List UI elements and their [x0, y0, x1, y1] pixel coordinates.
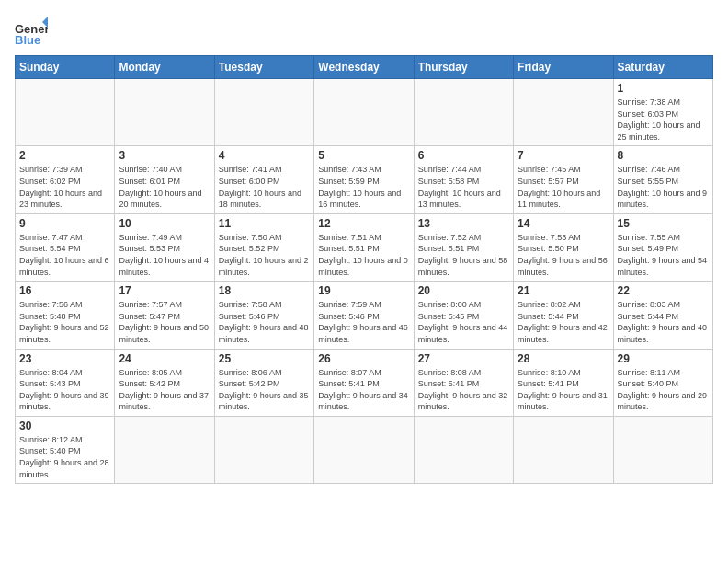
day-info-17: Sunrise: 7:57 AMSunset: 5:47 PMDaylight:… — [119, 299, 210, 345]
day-info-13: Sunrise: 7:52 AMSunset: 5:51 PMDaylight:… — [418, 232, 509, 278]
day-cell-20: 20Sunrise: 8:00 AMSunset: 5:45 PMDayligh… — [414, 282, 513, 349]
calendar-row-6: 30Sunrise: 8:12 AMSunset: 5:40 PMDayligh… — [16, 416, 713, 483]
day-cell-29: 29Sunrise: 8:11 AMSunset: 5:40 PMDayligh… — [613, 349, 712, 416]
empty-cell — [414, 416, 513, 483]
day-number-19: 19 — [318, 284, 409, 297]
day-number-27: 27 — [418, 352, 509, 365]
day-cell-12: 12Sunrise: 7:51 AMSunset: 5:51 PMDayligh… — [314, 213, 414, 281]
day-info-6: Sunrise: 7:44 AMSunset: 5:58 PMDaylight:… — [418, 164, 509, 210]
day-number-8: 8 — [618, 149, 709, 162]
logo-icon: General Blue — [15, 15, 48, 48]
day-cell-18: 18Sunrise: 7:58 AMSunset: 5:46 PMDayligh… — [214, 282, 313, 349]
day-cell-11: 11Sunrise: 7:50 AMSunset: 5:52 PMDayligh… — [214, 213, 313, 281]
day-info-12: Sunrise: 7:51 AMSunset: 5:51 PMDaylight:… — [318, 232, 409, 278]
weekday-header-row: Sunday Monday Tuesday Wednesday Thursday… — [16, 56, 713, 79]
day-number-7: 7 — [518, 149, 609, 162]
day-number-9: 9 — [19, 217, 110, 230]
calendar-row-4: 16Sunrise: 7:56 AMSunset: 5:48 PMDayligh… — [16, 282, 713, 349]
day-info-19: Sunrise: 7:59 AMSunset: 5:46 PMDaylight:… — [318, 299, 409, 345]
day-cell-10: 10Sunrise: 7:49 AMSunset: 5:53 PMDayligh… — [115, 213, 214, 281]
day-number-28: 28 — [518, 352, 609, 365]
day-info-3: Sunrise: 7:40 AMSunset: 6:01 PMDaylight:… — [119, 164, 210, 210]
day-info-11: Sunrise: 7:50 AMSunset: 5:52 PMDaylight:… — [219, 232, 310, 278]
day-number-4: 4 — [219, 149, 310, 162]
day-info-21: Sunrise: 8:02 AMSunset: 5:44 PMDaylight:… — [518, 299, 609, 345]
header-wednesday: Wednesday — [314, 56, 414, 79]
day-cell-28: 28Sunrise: 8:10 AMSunset: 5:41 PMDayligh… — [514, 349, 613, 416]
day-number-11: 11 — [219, 217, 310, 230]
day-number-29: 29 — [618, 352, 709, 365]
day-info-16: Sunrise: 7:56 AMSunset: 5:48 PMDaylight:… — [19, 299, 110, 345]
day-info-24: Sunrise: 8:05 AMSunset: 5:42 PMDaylight:… — [119, 367, 210, 413]
calendar-row-5: 23Sunrise: 8:04 AMSunset: 5:43 PMDayligh… — [16, 349, 713, 416]
day-number-17: 17 — [119, 284, 210, 297]
day-cell-3: 3Sunrise: 7:40 AMSunset: 6:01 PMDaylight… — [115, 146, 214, 213]
day-number-12: 12 — [318, 217, 409, 230]
empty-cell — [613, 416, 712, 483]
day-info-18: Sunrise: 7:58 AMSunset: 5:46 PMDaylight:… — [219, 299, 310, 345]
day-info-4: Sunrise: 7:41 AMSunset: 6:00 PMDaylight:… — [219, 164, 310, 210]
day-info-14: Sunrise: 7:53 AMSunset: 5:50 PMDaylight:… — [518, 232, 609, 278]
day-info-25: Sunrise: 8:06 AMSunset: 5:42 PMDaylight:… — [219, 367, 310, 413]
day-number-16: 16 — [19, 284, 110, 297]
day-cell-19: 19Sunrise: 7:59 AMSunset: 5:46 PMDayligh… — [314, 282, 414, 349]
day-cell-9: 9Sunrise: 7:47 AMSunset: 5:54 PMDaylight… — [16, 213, 115, 281]
logo: General Blue — [15, 15, 48, 48]
empty-cell — [214, 79, 313, 146]
day-number-18: 18 — [219, 284, 310, 297]
day-info-20: Sunrise: 8:00 AMSunset: 5:45 PMDaylight:… — [418, 299, 509, 345]
day-info-27: Sunrise: 8:08 AMSunset: 5:41 PMDaylight:… — [418, 367, 509, 413]
day-number-22: 22 — [618, 284, 709, 297]
day-info-1: Sunrise: 7:38 AMSunset: 6:03 PMDaylight:… — [618, 97, 709, 143]
empty-cell — [514, 79, 613, 146]
empty-cell — [115, 416, 214, 483]
day-info-5: Sunrise: 7:43 AMSunset: 5:59 PMDaylight:… — [318, 164, 409, 210]
day-cell-13: 13Sunrise: 7:52 AMSunset: 5:51 PMDayligh… — [414, 213, 513, 281]
header-tuesday: Tuesday — [214, 56, 313, 79]
day-info-28: Sunrise: 8:10 AMSunset: 5:41 PMDaylight:… — [518, 367, 609, 413]
day-cell-6: 6Sunrise: 7:44 AMSunset: 5:58 PMDaylight… — [414, 146, 513, 213]
day-info-2: Sunrise: 7:39 AMSunset: 6:02 PMDaylight:… — [19, 164, 110, 210]
day-cell-4: 4Sunrise: 7:41 AMSunset: 6:00 PMDaylight… — [214, 146, 313, 213]
day-cell-2: 2Sunrise: 7:39 AMSunset: 6:02 PMDaylight… — [16, 146, 115, 213]
empty-cell — [16, 79, 115, 146]
day-number-14: 14 — [518, 217, 609, 230]
header-friday: Friday — [514, 56, 613, 79]
day-number-20: 20 — [418, 284, 509, 297]
day-info-15: Sunrise: 7:55 AMSunset: 5:49 PMDaylight:… — [618, 232, 709, 278]
day-number-6: 6 — [418, 149, 509, 162]
day-number-24: 24 — [119, 352, 210, 365]
header-saturday: Saturday — [613, 56, 712, 79]
svg-text:Blue: Blue — [15, 33, 40, 47]
day-cell-7: 7Sunrise: 7:45 AMSunset: 5:57 PMDaylight… — [514, 146, 613, 213]
empty-cell — [214, 416, 313, 483]
header-thursday: Thursday — [414, 56, 513, 79]
day-info-26: Sunrise: 8:07 AMSunset: 5:41 PMDaylight:… — [318, 367, 409, 413]
day-cell-17: 17Sunrise: 7:57 AMSunset: 5:47 PMDayligh… — [115, 282, 214, 349]
header-monday: Monday — [115, 56, 214, 79]
day-info-23: Sunrise: 8:04 AMSunset: 5:43 PMDaylight:… — [19, 367, 110, 413]
day-cell-8: 8Sunrise: 7:46 AMSunset: 5:55 PMDaylight… — [613, 146, 712, 213]
page-header: General Blue — [15, 15, 713, 48]
day-number-30: 30 — [19, 419, 110, 432]
day-cell-23: 23Sunrise: 8:04 AMSunset: 5:43 PMDayligh… — [16, 349, 115, 416]
day-number-13: 13 — [418, 217, 509, 230]
day-info-10: Sunrise: 7:49 AMSunset: 5:53 PMDaylight:… — [119, 232, 210, 278]
day-info-9: Sunrise: 7:47 AMSunset: 5:54 PMDaylight:… — [19, 232, 110, 278]
empty-cell — [115, 79, 214, 146]
day-cell-14: 14Sunrise: 7:53 AMSunset: 5:50 PMDayligh… — [514, 213, 613, 281]
day-cell-16: 16Sunrise: 7:56 AMSunset: 5:48 PMDayligh… — [16, 282, 115, 349]
day-cell-26: 26Sunrise: 8:07 AMSunset: 5:41 PMDayligh… — [314, 349, 414, 416]
header-sunday: Sunday — [16, 56, 115, 79]
day-cell-22: 22Sunrise: 8:03 AMSunset: 5:44 PMDayligh… — [613, 282, 712, 349]
day-info-22: Sunrise: 8:03 AMSunset: 5:44 PMDaylight:… — [618, 299, 709, 345]
day-info-7: Sunrise: 7:45 AMSunset: 5:57 PMDaylight:… — [518, 164, 609, 210]
day-cell-5: 5Sunrise: 7:43 AMSunset: 5:59 PMDaylight… — [314, 146, 414, 213]
day-number-15: 15 — [618, 217, 709, 230]
day-cell-27: 27Sunrise: 8:08 AMSunset: 5:41 PMDayligh… — [414, 349, 513, 416]
day-number-10: 10 — [119, 217, 210, 230]
day-cell-21: 21Sunrise: 8:02 AMSunset: 5:44 PMDayligh… — [514, 282, 613, 349]
calendar: Sunday Monday Tuesday Wednesday Thursday… — [15, 55, 713, 484]
day-cell-25: 25Sunrise: 8:06 AMSunset: 5:42 PMDayligh… — [214, 349, 313, 416]
day-info-30: Sunrise: 8:12 AMSunset: 5:40 PMDaylight:… — [19, 434, 110, 480]
